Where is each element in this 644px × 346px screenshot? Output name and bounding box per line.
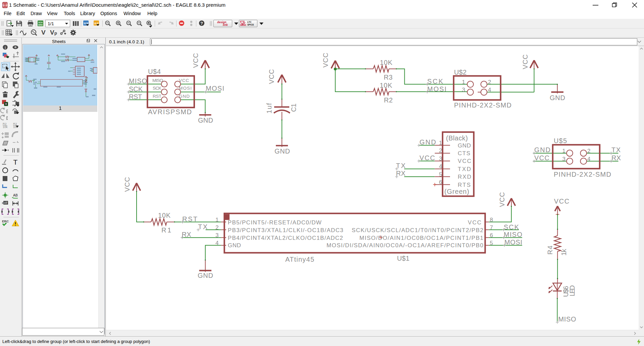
svg-text:GND: GND: [198, 272, 213, 279]
svg-text:SCH: SCH: [38, 21, 43, 24]
svg-text:RST: RST: [153, 94, 161, 99]
svg-text:R2: R2: [384, 96, 393, 104]
svg-text:VCC: VCC: [498, 192, 506, 207]
svg-text:p: p: [54, 31, 57, 36]
svg-text:U$2: U$2: [454, 69, 466, 76]
svg-text:V: V: [50, 29, 54, 36]
svg-text:VCC: VCC: [468, 219, 481, 226]
svg-text:ULP: ULP: [94, 22, 99, 25]
svg-text:SCK: SCK: [427, 78, 443, 85]
svg-text:R1: R1: [161, 226, 171, 234]
svg-text:PB4/PCINT4/XTAL2/CLKO/OC1B/ADC: PB4/PCINT4/XTAL2/CLKO/OC1B/ADC2: [228, 235, 343, 241]
svg-text:VCC: VCC: [179, 78, 189, 83]
svg-text:GND: GND: [228, 242, 241, 249]
svg-text:TX: TX: [611, 146, 621, 154]
svg-text:RTS: RTS: [458, 182, 470, 188]
svg-text:MISO: MISO: [558, 315, 576, 323]
svg-text:RXD: RXD: [458, 174, 471, 180]
svg-text:MOSI: MOSI: [179, 86, 192, 91]
svg-text:VCC: VCC: [419, 154, 435, 162]
svg-text:4: 4: [488, 87, 491, 93]
svg-text:R4: R4: [546, 246, 554, 255]
svg-text:RX: RX: [396, 170, 405, 177]
svg-text:GND: GND: [458, 142, 471, 149]
svg-text:RX: RX: [182, 231, 191, 238]
svg-text:10K: 10K: [158, 212, 171, 219]
svg-text:link: link: [223, 23, 228, 27]
svg-text:SCR: SCR: [84, 22, 88, 25]
svg-text:5: 5: [490, 240, 493, 246]
svg-text:GND: GND: [550, 94, 565, 101]
svg-text:10K: 10K: [380, 82, 393, 89]
svg-text:PINHD-2X2-SMD: PINHD-2X2-SMD: [554, 171, 611, 178]
svg-text:LED: LED: [568, 285, 576, 296]
svg-text:(Green): (Green): [444, 188, 469, 195]
svg-text:7: 7: [490, 224, 493, 231]
svg-text:(Black): (Black): [446, 134, 468, 142]
svg-text:AB: AB: [13, 193, 18, 197]
svg-text:ERC: ERC: [2, 219, 9, 223]
svg-text:5: 5: [439, 171, 442, 178]
svg-text:C1: C1: [290, 103, 297, 112]
svg-text:TX: TX: [198, 223, 207, 230]
svg-text:CTS: CTS: [458, 150, 470, 157]
svg-text:MISO: MISO: [504, 231, 522, 238]
svg-text:10K: 10K: [380, 59, 393, 66]
svg-text:AT: AT: [4, 201, 7, 205]
svg-text:PINHD-2X2-SMD: PINHD-2X2-SMD: [454, 101, 511, 109]
svg-text:RST: RST: [129, 93, 142, 100]
svg-text:R3: R3: [384, 74, 393, 81]
svg-text:1k: 1k: [560, 249, 567, 256]
svg-text:3: 3: [439, 156, 442, 162]
svg-text:V: V: [41, 29, 46, 36]
svg-text:PB3/PCINT3/XTAL1/CLKI/-OC1B/AD: PB3/PCINT3/XTAL1/CLKI/-OC1B/ADC3: [228, 227, 343, 233]
svg-text:RST: RST: [182, 215, 197, 223]
svg-text:T: T: [13, 158, 18, 166]
svg-text:MOSI: MOSI: [427, 85, 446, 93]
svg-text:1: 1: [439, 140, 442, 146]
svg-text:MOSI: MOSI: [206, 85, 224, 92]
svg-text:2: 2: [439, 147, 442, 154]
svg-text:4: 4: [587, 156, 590, 162]
svg-text:GND: GND: [198, 117, 213, 124]
svg-text:4: 4: [439, 163, 442, 170]
svg-text:VCC: VCC: [554, 198, 569, 205]
svg-text:2: 2: [587, 148, 590, 154]
svg-text:LTC: LTC: [247, 21, 251, 23]
svg-text:ATtiny45: ATtiny45: [285, 256, 314, 263]
svg-text:VCC: VCC: [123, 177, 131, 192]
svg-text:1/1: 1/1: [48, 21, 54, 26]
svg-text:1uf: 1uf: [265, 103, 273, 114]
svg-text:U$4: U$4: [148, 68, 161, 75]
svg-text:MOSI/DI/SDA/AIN0/OC0A/-OC1A/AR: MOSI/DI/SDA/AIN0/OC0A/-OC1A/AREF/PCINT0/…: [327, 242, 483, 249]
svg-text:VCC: VCC: [192, 53, 199, 68]
svg-text:MISO: MISO: [129, 77, 147, 85]
svg-text:GND: GND: [419, 138, 436, 146]
svg-text:VCC: VCC: [322, 53, 329, 68]
svg-text:TXD: TXD: [458, 166, 471, 172]
svg-text:SCH: SCH: [3, 4, 7, 6]
svg-text:SCK: SCK: [153, 86, 161, 91]
svg-text:VCC: VCC: [522, 54, 529, 69]
svg-text:AVRISPSMD: AVRISPSMD: [148, 108, 192, 116]
svg-text:PB5/PCINT5/-RESET/ADC0/DW: PB5/PCINT5/-RESET/ADC0/DW: [228, 219, 321, 226]
svg-text:SCK: SCK: [129, 85, 143, 93]
svg-text:BRD: BRD: [38, 24, 43, 26]
svg-text:1: 1: [215, 217, 218, 223]
svg-text:U$1: U$1: [397, 255, 409, 262]
svg-text:GND: GND: [534, 146, 550, 154]
svg-text:6: 6: [490, 232, 493, 239]
svg-text:8: 8: [490, 217, 493, 223]
svg-text:SCK/USCK/SCL/ADC1/T0/INT0/PCIN: SCK/USCK/SCL/ADC1/T0/INT0/PCINT2/PB2: [352, 227, 483, 233]
svg-text:?: ?: [200, 21, 203, 26]
svg-text:MOSI: MOSI: [504, 239, 522, 246]
svg-text:VCC: VCC: [534, 154, 549, 162]
svg-text:RX: RX: [611, 154, 621, 162]
svg-text:SPICE: SPICE: [247, 24, 254, 26]
svg-text:GND: GND: [179, 94, 190, 99]
svg-text:2: 2: [488, 79, 491, 85]
svg-text:GND: GND: [275, 147, 290, 155]
svg-text:SCK: SCK: [504, 223, 519, 231]
svg-text:1: 1: [462, 79, 465, 85]
svg-text:6: 6: [439, 179, 442, 185]
